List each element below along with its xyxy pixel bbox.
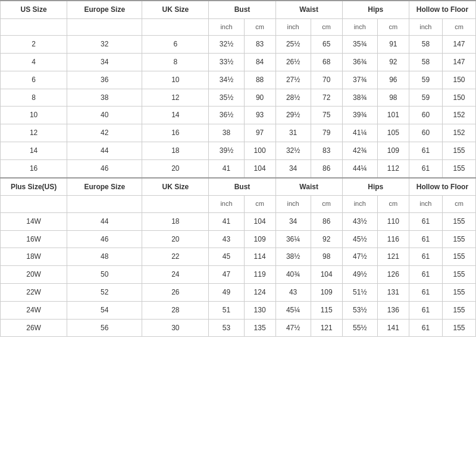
europe-val: 38: [67, 89, 142, 107]
waist-in-val: 34: [275, 159, 311, 177]
waist-cm-val: 72: [311, 89, 342, 107]
hips-in-val: 55½: [342, 319, 377, 337]
bust-cm-val: 124: [244, 283, 275, 301]
bust-in-val: 43: [209, 230, 244, 248]
bust-in-val: 45: [209, 248, 244, 266]
htf-cm-val: 155: [443, 230, 476, 248]
htf-cm-val: 155: [443, 266, 476, 284]
size-val: 8: [1, 89, 67, 107]
bust-in-val: 53: [209, 319, 244, 337]
waist-in-val: 29½: [275, 107, 311, 124]
htf-in-val: 60: [409, 124, 442, 142]
htf-in-val: 59: [409, 71, 442, 89]
htf-in-val: 61: [409, 301, 442, 319]
hips-in-val: 44¼: [342, 159, 377, 177]
table-row: 20W 50 24 47 119 40¾ 104 49½ 126 61 155: [1, 266, 476, 284]
hips-cm-label: cm: [377, 18, 409, 35]
table-row: 16 46 20 41 104 34 86 44¼ 112 61 155: [1, 159, 476, 177]
bust-cm-val: 93: [244, 107, 275, 124]
bust-cm-val: 135: [244, 319, 275, 337]
bust-in-val: 51: [209, 301, 244, 319]
col2-hips: Hips: [342, 178, 409, 196]
waist-cm-label: cm: [311, 18, 342, 35]
col2-plus-size: Plus Size(US): [1, 178, 67, 196]
htf-cm-val: 155: [443, 248, 476, 266]
hips-in-val: 53½: [342, 301, 377, 319]
waist-in-val: 45¼: [275, 301, 311, 319]
unit-empty1: [1, 18, 67, 35]
hips-cm-val: 141: [377, 319, 409, 337]
table2-unit-row: inch cm inch cm inch cm inch cm: [1, 196, 476, 212]
uk-val: 14: [142, 107, 209, 124]
bust-in-val: 36½: [209, 107, 244, 124]
hips-cm-val: 101: [377, 107, 409, 124]
hips-in-val: 45½: [342, 230, 377, 248]
table-row: 8 38 12 35½ 90 28½ 72 38¾ 98 59 150: [1, 89, 476, 107]
table1-unit-row: inch cm inch cm inch cm inch cm: [1, 18, 476, 35]
htf-cm-label: cm: [443, 18, 476, 35]
europe-val: 32: [67, 36, 142, 54]
htf-in-val: 58: [409, 53, 442, 71]
bust-cm-val: 119: [244, 266, 275, 284]
table1-header-row: US Size Europe Size UK Size Bust Waist H…: [1, 1, 476, 18]
table-row: 4 34 8 33½ 84 26½ 68 36¾ 92 58 147: [1, 53, 476, 71]
uk-val: 6: [142, 36, 209, 54]
htf2-cm-label: cm: [443, 196, 476, 212]
htf-cm-val: 155: [443, 319, 476, 337]
size-val: 16: [1, 159, 67, 177]
htf-in-val: 61: [409, 248, 442, 266]
europe-val: 52: [67, 283, 142, 301]
col-uk-size: UK Size: [142, 1, 209, 18]
htf-cm-val: 152: [443, 124, 476, 142]
col-hips: Hips: [342, 1, 409, 18]
bust-in-val: 41: [209, 159, 244, 177]
htf-cm-val: 155: [443, 283, 476, 301]
waist-cm-val: 68: [311, 53, 342, 71]
htf-cm-val: 150: [443, 71, 476, 89]
hips-cm-val: 92: [377, 53, 409, 71]
waist-in-val: 25½: [275, 36, 311, 54]
bust-cm-val: 100: [244, 142, 275, 159]
hips-in-val: 38¾: [342, 89, 377, 107]
uk-val: 24: [142, 266, 209, 284]
uk-val: 10: [142, 71, 209, 89]
hips2-inch-label: inch: [342, 196, 377, 212]
hips-in-val: 43½: [342, 212, 377, 230]
europe-val: 48: [67, 248, 142, 266]
size-val: 2: [1, 36, 67, 54]
htf-in-val: 61: [409, 212, 442, 230]
hips-in-val: 41¼: [342, 124, 377, 142]
hips-in-val: 37¾: [342, 71, 377, 89]
htf-cm-val: 155: [443, 301, 476, 319]
size-val: 10: [1, 107, 67, 124]
table-row: 12 42 16 38 97 31 79 41¼ 105 60 152: [1, 124, 476, 142]
waist2-cm-label: cm: [311, 196, 342, 212]
waist-cm-val: 92: [311, 230, 342, 248]
waist-cm-val: 98: [311, 248, 342, 266]
htf-in-val: 61: [409, 230, 442, 248]
uk-val: 30: [142, 319, 209, 337]
uk-val: 18: [142, 142, 209, 159]
htf-cm-val: 155: [443, 159, 476, 177]
europe-val: 56: [67, 319, 142, 337]
size-val: 24W: [1, 301, 67, 319]
waist-in-val: 34: [275, 212, 311, 230]
unit-empty3: [142, 18, 209, 35]
bust-cm-label: cm: [244, 18, 275, 35]
htf-in-val: 61: [409, 266, 442, 284]
hips-cm-val: 136: [377, 301, 409, 319]
europe-val: 50: [67, 266, 142, 284]
uk-val: 16: [142, 124, 209, 142]
uk-val: 26: [142, 283, 209, 301]
bust-inch-label: inch: [209, 18, 244, 35]
htf-cm-val: 147: [443, 36, 476, 54]
htf-in-val: 61: [409, 283, 442, 301]
htf-in-val: 60: [409, 107, 442, 124]
table-row: 10 40 14 36½ 93 29½ 75 39¾ 101 60 152: [1, 107, 476, 124]
bust-cm-val: 88: [244, 71, 275, 89]
col-us-size: US Size: [1, 1, 67, 18]
hips-in-val: 49½: [342, 266, 377, 284]
htf-in-val: 58: [409, 36, 442, 54]
table-row: 24W 54 28 51 130 45¼ 115 53½ 136 61 155: [1, 301, 476, 319]
hips-in-val: 42¾: [342, 142, 377, 159]
